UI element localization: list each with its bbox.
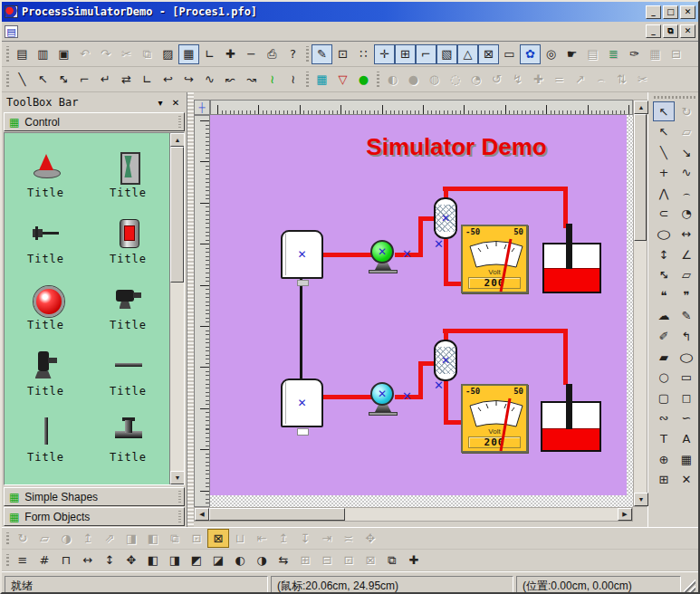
pipe-segment[interactable] <box>444 420 461 425</box>
shape-exclude-button[interactable]: ◪ <box>207 551 229 570</box>
print-button[interactable]: ⎙ <box>262 44 283 64</box>
pipe-junction[interactable]: ✕ <box>434 378 444 392</box>
callout-tool[interactable]: ❞ <box>676 285 697 305</box>
toolbox-item-pump-vertical[interactable]: Title <box>5 335 87 401</box>
column-vessel-2[interactable]: ✕ <box>434 340 457 381</box>
spline-tool[interactable]: ∿ <box>676 163 697 183</box>
curve-connector-button[interactable]: ∿ <box>199 70 220 90</box>
maximize-button[interactable]: □ <box>663 5 678 19</box>
align-top-button[interactable]: ↥ <box>273 529 294 548</box>
toolbox-item-injector[interactable]: Title <box>5 203 87 269</box>
shape-intersect-button[interactable]: ◩ <box>186 551 207 570</box>
pipe-segment[interactable] <box>323 395 372 399</box>
fit-selection-button[interactable]: ⊠ <box>360 551 381 570</box>
reverse-curve-button[interactable]: ↺ <box>486 70 507 90</box>
ellipse-outline-tool[interactable]: ○ <box>676 347 697 367</box>
toolbox-item-beacon[interactable]: Title <box>5 137 87 203</box>
level-probe[interactable] <box>566 224 572 269</box>
toolbox-item-lamp[interactable]: Title <box>5 269 87 335</box>
zoom-in-button[interactable]: ✚ <box>220 44 241 64</box>
curve-arrow-connector-button[interactable]: ↜ <box>220 70 241 90</box>
toolbar-grip[interactable] <box>377 72 379 87</box>
combine-button[interactable]: ● <box>403 70 424 90</box>
layers-button[interactable]: ≣ <box>603 44 624 64</box>
toolbox-item-tee-pipe[interactable]: Title <box>87 401 169 467</box>
pipe-segment[interactable] <box>422 361 434 366</box>
save-button[interactable]: ▣ <box>53 44 74 64</box>
properties-button[interactable]: ▤ <box>582 44 603 64</box>
mdi-minimize-button[interactable]: _ <box>646 24 661 38</box>
frame-button[interactable]: ▭ <box>499 44 520 64</box>
format-brush-button[interactable]: ✑ <box>624 44 645 64</box>
diagram-title[interactable]: Simulator Demo <box>357 133 556 161</box>
connect-points-button[interactable]: ✿ <box>520 44 541 64</box>
double-arrow-connector-button[interactable]: ↔ <box>53 70 74 90</box>
v-dimension-tool[interactable]: ↕ <box>653 244 675 264</box>
rounded-rect-filled-tool[interactable]: ▢ <box>653 388 675 407</box>
horizontal-scroll-thumb[interactable] <box>209 508 345 521</box>
brush-tool[interactable]: ✐ <box>653 327 675 347</box>
toolbox-group-simple-shapes[interactable]: ▦ Simple Shapes <box>4 487 185 506</box>
lock-button[interactable]: ⊠ <box>207 529 229 548</box>
new-button[interactable]: ▤ <box>12 44 33 64</box>
node-shape-button[interactable]: ● <box>353 70 374 90</box>
level-probe[interactable] <box>566 384 572 429</box>
pencil-tool[interactable]: ✎ <box>676 306 697 326</box>
pipe-junction[interactable]: ✕ <box>402 389 412 403</box>
ungroup-button[interactable]: ⊡ <box>186 529 207 548</box>
menu-edit[interactable] <box>40 30 54 34</box>
toolbox-close-button[interactable]: ✕ <box>169 98 182 108</box>
spacing-button[interactable]: ✥ <box>360 529 381 548</box>
expand-canvas-button[interactable]: ⧉ <box>381 551 403 570</box>
crosshair-button[interactable]: ✛ <box>374 44 395 64</box>
node-select-tool[interactable]: ↖ <box>653 122 675 142</box>
redo-button[interactable]: ↷ <box>95 44 116 64</box>
trim-button[interactable]: ✂ <box>632 70 653 90</box>
rotated-rect-tool[interactable]: ▱ <box>676 265 697 285</box>
menu-format[interactable] <box>72 30 87 34</box>
cloud-tool[interactable]: ☁ <box>653 306 675 326</box>
column-vessel-1[interactable]: ✕ <box>434 197 457 239</box>
undo-button[interactable]: ↶ <box>74 44 95 64</box>
menu-view[interactable] <box>56 30 71 34</box>
horizontal-scroll-track[interactable] <box>345 508 618 521</box>
open-button[interactable]: ▥ <box>33 44 53 64</box>
shape-front-button[interactable]: ◐ <box>229 551 251 570</box>
minimize-button[interactable]: _ <box>646 5 661 19</box>
unwind-button[interactable]: ↯ <box>507 70 528 90</box>
text-tool[interactable]: T <box>653 429 675 449</box>
pipe-segment[interactable] <box>323 253 372 257</box>
help-button[interactable]: ? <box>283 44 303 64</box>
snap-edge-button[interactable]: ⌐ <box>416 44 436 64</box>
pipe-segment[interactable] <box>422 216 434 221</box>
step-double-arrow-connector-button[interactable]: ↪ <box>178 70 199 90</box>
vertical-scroll-track[interactable] <box>634 241 647 493</box>
toolbox-item-pipe-horizontal[interactable]: Title <box>87 335 169 401</box>
scroll-right-button[interactable]: ▶ <box>618 508 632 521</box>
arrow-tool[interactable]: ↘ <box>676 142 697 162</box>
menu-file[interactable] <box>24 30 38 34</box>
h-dimension-tool[interactable]: ↔ <box>676 225 697 244</box>
toolbox-scroll-thumb[interactable] <box>170 147 184 283</box>
circle-tool[interactable]: ○ <box>653 368 675 388</box>
swap-order-button[interactable]: ⇆ <box>273 551 294 570</box>
elbow-arrow-connector-button[interactable]: ↵ <box>95 70 116 90</box>
mirror-horizontal-button[interactable]: ◨ <box>120 529 142 548</box>
pipe-segment[interactable] <box>443 329 568 333</box>
diagonal-dimension-tool[interactable]: ↔ <box>653 265 675 285</box>
same-height-button[interactable]: ↕ <box>99 551 120 570</box>
link-line[interactable] <box>300 277 302 380</box>
skew-button[interactable]: ▱ <box>34 529 55 548</box>
fit-page-button[interactable]: ⊡ <box>338 551 360 570</box>
pie-tool[interactable]: ◔ <box>676 204 697 224</box>
toolbar-grip[interactable] <box>654 96 697 99</box>
cross-tool[interactable]: + <box>653 163 675 183</box>
toolbox-item-valve[interactable]: Title <box>87 137 169 203</box>
fit-height-button[interactable]: ⊟ <box>316 551 338 570</box>
show-handles-button[interactable]: ▧ <box>436 44 457 64</box>
elbow-double-arrow-connector-button[interactable]: ⇄ <box>116 70 137 90</box>
pump-2[interactable]: ✕ <box>369 382 397 417</box>
zoom-tool-button[interactable]: ◎ <box>541 44 561 64</box>
align-bottom-button[interactable]: ↧ <box>294 529 316 548</box>
align-right-button[interactable]: ⇥ <box>316 529 338 548</box>
